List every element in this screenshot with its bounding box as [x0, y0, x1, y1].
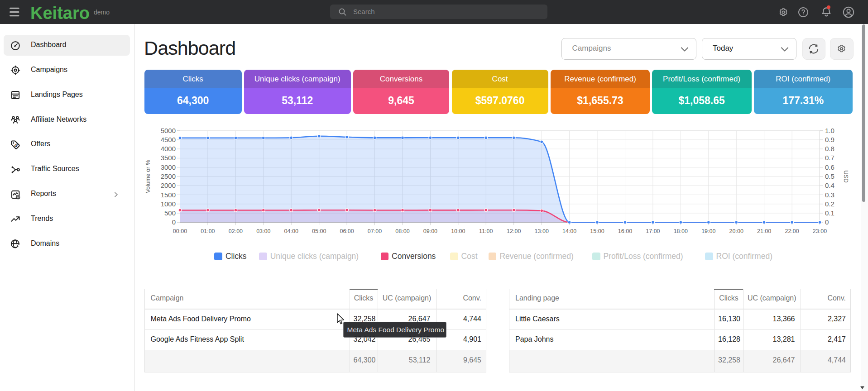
svg-text:0: 0	[172, 218, 176, 226]
svg-text:0.7: 0.7	[825, 154, 834, 162]
svg-text:11:00: 11:00	[479, 228, 493, 234]
svg-text:12:00: 12:00	[507, 228, 521, 234]
svg-text:23:00: 23:00	[813, 228, 827, 234]
svg-text:21:00: 21:00	[757, 228, 771, 234]
svg-text:2500: 2500	[161, 172, 176, 180]
svg-text:06:00: 06:00	[340, 228, 354, 234]
svg-text:5000: 5000	[161, 127, 176, 134]
svg-text:16:00: 16:00	[618, 228, 632, 234]
svg-text:1000: 1000	[161, 200, 176, 208]
svg-text:3500: 3500	[161, 154, 176, 162]
svg-text:07:00: 07:00	[368, 228, 382, 234]
svg-text:05:00: 05:00	[312, 228, 326, 234]
svg-text:18:00: 18:00	[674, 228, 688, 234]
svg-text:09:00: 09:00	[423, 228, 437, 234]
svg-text:00:00: 00:00	[173, 228, 187, 234]
svg-text:0.9: 0.9	[825, 136, 834, 143]
svg-text:10:00: 10:00	[451, 228, 465, 234]
svg-text:Volume or %: Volume or %	[144, 160, 151, 193]
svg-text:1.0: 1.0	[825, 127, 834, 134]
svg-text:0.4: 0.4	[825, 181, 834, 189]
svg-text:3000: 3000	[161, 163, 176, 171]
svg-text:15:00: 15:00	[590, 228, 604, 234]
svg-text:4000: 4000	[161, 145, 176, 153]
svg-text:04:00: 04:00	[284, 228, 298, 234]
svg-text:03:00: 03:00	[256, 228, 270, 234]
svg-text:4500: 4500	[161, 136, 176, 143]
svg-text:500: 500	[164, 209, 176, 217]
svg-text:20:00: 20:00	[729, 228, 743, 234]
svg-text:0.1: 0.1	[825, 209, 834, 217]
svg-text:19:00: 19:00	[701, 228, 715, 234]
svg-text:13:00: 13:00	[535, 228, 549, 234]
svg-text:08:00: 08:00	[395, 228, 409, 234]
svg-text:0.6: 0.6	[825, 163, 834, 171]
svg-text:17:00: 17:00	[646, 228, 660, 234]
svg-text:0.2: 0.2	[825, 200, 834, 208]
svg-text:2000: 2000	[161, 181, 176, 189]
svg-text:01:00: 01:00	[201, 228, 215, 234]
svg-text:14:00: 14:00	[562, 228, 576, 234]
svg-text:0: 0	[825, 218, 829, 226]
svg-text:USD: USD	[843, 170, 849, 182]
svg-text:1500: 1500	[161, 191, 176, 199]
svg-text:0.8: 0.8	[825, 145, 834, 153]
svg-text:0.3: 0.3	[825, 191, 834, 199]
svg-text:02:00: 02:00	[229, 228, 243, 234]
svg-text:22:00: 22:00	[785, 228, 799, 234]
svg-text:0.5: 0.5	[825, 172, 834, 180]
